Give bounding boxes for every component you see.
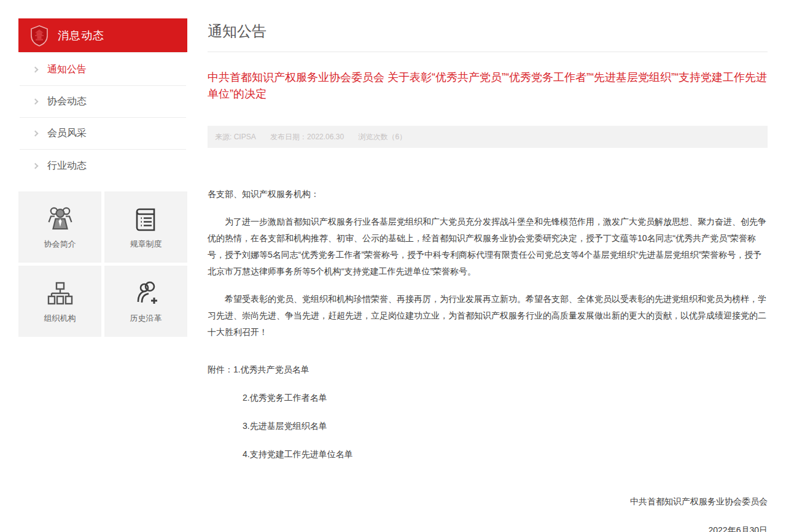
meta-view-count: 浏览次数（6） bbox=[358, 133, 407, 141]
chevron-right-icon bbox=[33, 99, 39, 105]
sidebar-title: 消息动态 bbox=[58, 28, 104, 43]
main-content: 通知公告 中共首都知识产权服务业协会委员会 关于表彰“优秀共产党员”“优秀党务工… bbox=[208, 18, 768, 532]
tile-association-profile[interactable]: 协会简介 bbox=[18, 191, 101, 263]
sidebar-item-label: 通知公告 bbox=[47, 63, 87, 76]
sidebar: 消息动态 通知公告 协会动态 会员风采 行业动态 bbox=[18, 18, 187, 337]
title-divider bbox=[208, 52, 768, 52]
attachment-list: 附件：1.优秀共产党员名单 2.优秀党务工作者名单 3.先进基层党组织名单 4.… bbox=[208, 361, 768, 463]
tile-rules-regulations[interactable]: 规章制度 bbox=[104, 191, 187, 263]
tile-history[interactable]: 历史沿革 bbox=[104, 266, 187, 337]
article-title: 中共首都知识产权服务业协会委员会 关于表彰“优秀共产党员”“优秀党务工作者”“先… bbox=[208, 69, 768, 102]
sidebar-menu: 通知公告 协会动态 会员风采 行业动态 bbox=[20, 52, 186, 182]
sidebar-item-label: 协会动态 bbox=[47, 95, 87, 108]
history-people-icon bbox=[131, 279, 161, 308]
meta-publish-date: 发布日期：2022.06.30 bbox=[270, 133, 344, 141]
people-group-icon bbox=[45, 204, 75, 234]
tile-label: 历史沿革 bbox=[130, 313, 162, 324]
attachment-item: 4.支持党建工作先进单位名单 bbox=[208, 446, 768, 463]
sidebar-header: 消息动态 bbox=[18, 18, 187, 52]
chevron-right-icon bbox=[33, 131, 39, 137]
sidebar-tile-grid: 协会简介 规章制度 bbox=[18, 191, 187, 337]
chevron-right-icon bbox=[33, 163, 39, 169]
rulebook-icon bbox=[131, 204, 161, 234]
meta-source: 来源: CIPSA bbox=[215, 133, 256, 141]
article-paragraph: 为了进一步激励首都知识产权服务行业各基层党组织和广大党员充分发挥战斗堡垒和先锋模… bbox=[208, 214, 768, 280]
org-chart-icon bbox=[45, 279, 75, 308]
tile-label: 规章制度 bbox=[130, 239, 162, 250]
tile-label: 组织机构 bbox=[44, 313, 76, 324]
sidebar-item-industry-news[interactable]: 行业动态 bbox=[20, 150, 186, 182]
attachment-item: 3.先进基层党组织名单 bbox=[208, 418, 768, 434]
page: 消息动态 通知公告 协会动态 会员风采 行业动态 bbox=[0, 0, 786, 532]
signature-date: 2022年6月30日 bbox=[208, 522, 768, 532]
sidebar-item-label: 会员风采 bbox=[47, 127, 87, 140]
article-signature: 中共首都知识产权服务业协会委员会 2022年6月30日 bbox=[208, 493, 768, 532]
tile-label: 协会简介 bbox=[44, 239, 76, 250]
article-body: 各支部、知识产权服务机构： 为了进一步激励首都知识产权服务行业各基层党组织和广大… bbox=[208, 186, 768, 341]
sidebar-item-notices[interactable]: 通知公告 bbox=[20, 54, 186, 86]
article-salutation: 各支部、知识产权服务机构： bbox=[208, 186, 768, 202]
article-paragraph: 希望受表彰的党员、党组织和机构珍惜荣誉、再接再厉，为行业发展再立新功。希望各支部… bbox=[208, 291, 768, 341]
sidebar-item-label: 行业动态 bbox=[47, 160, 87, 172]
signature-organization: 中共首都知识产权服务业协会委员会 bbox=[208, 493, 768, 510]
article-meta-bar: 来源: CIPSA 发布日期：2022.06.30 浏览次数（6） bbox=[208, 126, 768, 148]
attachment-item: 2.优秀党务工作者名单 bbox=[208, 390, 768, 406]
attachment-item: 附件：1.优秀共产党员名单 bbox=[208, 361, 768, 378]
page-title: 通知公告 bbox=[208, 22, 768, 40]
tile-organization[interactable]: 组织机构 bbox=[18, 266, 101, 337]
shield-pagoda-logo bbox=[29, 25, 49, 47]
sidebar-item-association-news[interactable]: 协会动态 bbox=[20, 86, 186, 118]
chevron-right-icon bbox=[33, 67, 39, 73]
sidebar-item-member-showcase[interactable]: 会员风采 bbox=[20, 118, 186, 150]
